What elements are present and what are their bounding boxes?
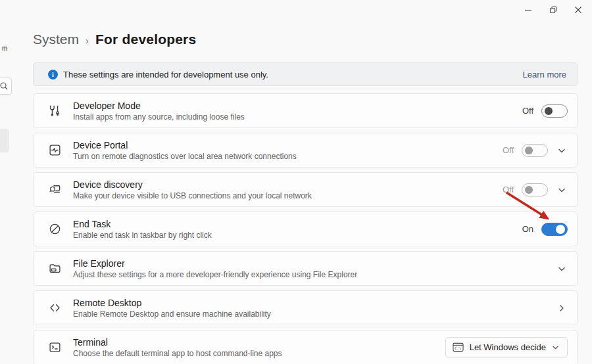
device-portal-pulse-icon	[47, 143, 62, 157]
row-title: Terminal	[73, 337, 282, 348]
row-title: Device discovery	[73, 179, 312, 190]
end-task-toggle[interactable]	[541, 223, 568, 236]
row-subtitle: Adjust these settings for a more develop…	[73, 270, 357, 279]
minimize-button[interactable]	[516, 3, 541, 17]
row-file-explorer: File Explorer Adjust these settings for …	[33, 251, 578, 286]
breadcrumb-separator: ›	[86, 34, 89, 46]
row-title: End Task	[73, 219, 212, 229]
row-title: Developer Mode	[73, 101, 245, 111]
row-subtitle: Install apps from any source, including …	[73, 112, 245, 122]
info-banner: i These settings are intended for develo…	[33, 62, 578, 86]
settings-list: Developer Mode Install apps from any sou…	[33, 93, 578, 364]
chevron-down-icon	[558, 265, 566, 273]
developer-mode-tools-icon	[47, 104, 62, 118]
restore-icon	[549, 6, 557, 14]
svg-text:C:\: C:\	[455, 346, 461, 350]
breadcrumb-system[interactable]: System	[33, 32, 79, 47]
row-subtitle: Enable end task in taskbar by right clic…	[73, 231, 212, 240]
maximize-restore-button[interactable]	[541, 3, 566, 17]
toggle-state-label: Off	[522, 106, 533, 116]
terminal-app-dropdown[interactable]: C:\ Let Windows decide	[445, 337, 568, 357]
navigate-button[interactable]	[556, 304, 568, 312]
toggle-state-label: Off	[503, 185, 514, 194]
sidebar-item-selected[interactable]	[0, 129, 9, 152]
row-developer-mode: Developer Mode Install apps from any sou…	[33, 93, 578, 128]
chevron-right-icon	[558, 304, 566, 312]
row-subtitle: Turn on remote diagnostics over local ar…	[73, 152, 297, 161]
row-title: Remote Desktop	[73, 298, 271, 308]
row-title: File Explorer	[73, 258, 357, 269]
toggle-state-label: Off	[503, 145, 514, 155]
row-title: Device Portal	[73, 140, 297, 150]
close-button[interactable]	[566, 3, 591, 17]
learn-more-link[interactable]: Learn more	[523, 70, 566, 80]
command-prompt-icon: C:\	[453, 342, 464, 352]
end-task-block-icon	[47, 222, 62, 236]
window-titlebar	[0, 0, 592, 20]
device-portal-toggle[interactable]	[522, 144, 548, 157]
row-end-task: End Task Enable end task in taskbar by r…	[33, 212, 578, 246]
minimize-icon	[524, 6, 532, 14]
banner-text: These settings are intended for developm…	[63, 70, 268, 80]
toggle-state-label: On	[522, 224, 533, 234]
chevron-down-icon	[558, 186, 566, 194]
expand-button[interactable]	[556, 186, 568, 194]
row-terminal: Terminal Choose the default terminal app…	[33, 330, 578, 364]
page-title: For developers	[95, 32, 196, 47]
device-discovery-icon	[47, 183, 62, 196]
chevron-down-icon	[552, 344, 559, 351]
breadcrumb: System › For developers	[33, 32, 196, 47]
toggle-knob	[525, 147, 533, 154]
developer-mode-toggle[interactable]	[541, 104, 568, 118]
dropdown-selected-value: Let Windows decide	[470, 342, 546, 352]
folder-icon	[47, 262, 62, 275]
row-subtitle: Enable Remote Desktop and ensure machine…	[73, 309, 271, 319]
search-icon	[0, 81, 9, 91]
chevron-down-icon	[558, 147, 566, 154]
row-subtitle: Make your device visible to USB connecti…	[73, 191, 312, 200]
sidebar-partial: m	[0, 0, 12, 364]
expand-button[interactable]	[556, 147, 568, 154]
row-remote-desktop: Remote Desktop Enable Remote Desktop and…	[33, 290, 578, 325]
device-discovery-toggle[interactable]	[522, 183, 548, 196]
sidebar-clipped-label: m	[2, 45, 7, 52]
row-subtitle: Choose the default terminal app to host …	[73, 349, 282, 358]
terminal-icon	[47, 340, 62, 354]
remote-desktop-arrows-icon	[47, 301, 62, 315]
toggle-knob	[545, 107, 553, 115]
toggle-knob	[525, 186, 533, 194]
expand-button[interactable]	[556, 265, 568, 273]
row-device-discovery: Device discovery Make your device visibl…	[33, 172, 578, 207]
row-device-portal: Device Portal Turn on remote diagnostics…	[33, 133, 578, 168]
search-input[interactable]	[0, 78, 12, 95]
close-icon	[574, 6, 582, 14]
info-icon: i	[48, 70, 58, 80]
toggle-knob	[556, 225, 565, 234]
window-controls	[516, 3, 591, 17]
